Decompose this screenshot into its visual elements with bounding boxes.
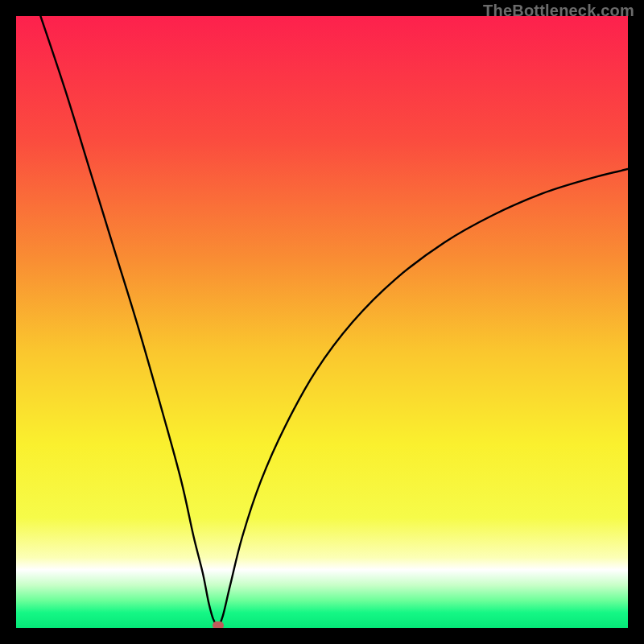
bottleneck-curve [16,16,628,628]
watermark-label: TheBottleneck.com [483,2,634,20]
chart-stage: TheBottleneck.com [0,0,644,644]
plot-area [16,16,628,628]
minimum-marker [213,621,224,628]
